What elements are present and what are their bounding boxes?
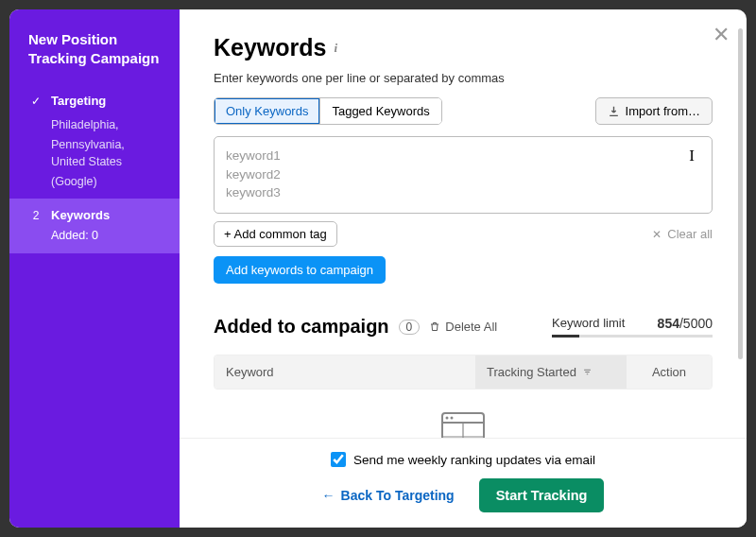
added-count-badge: 0 bbox=[399, 320, 421, 335]
text-cursor-icon: I bbox=[689, 145, 695, 168]
scroll-area: Keywords i Enter keywords one per line o… bbox=[180, 9, 747, 438]
add-keywords-button[interactable]: Add keywords to campaign bbox=[214, 256, 386, 284]
tab-tagged-keywords[interactable]: Tagged Keywords bbox=[319, 98, 440, 124]
table-header: Keyword Tracking Started Action bbox=[215, 355, 712, 389]
step-targeting[interactable]: ✓Targeting bbox=[9, 86, 180, 115]
keywords-textarea[interactable]: keyword1 keyword2 keyword3 I bbox=[214, 136, 713, 214]
close-icon[interactable]: ✕ bbox=[713, 23, 730, 47]
targeting-engine: (Google) bbox=[9, 172, 180, 193]
tab-only-keywords[interactable]: Only Keywords bbox=[215, 98, 319, 124]
col-tracking-started[interactable]: Tracking Started bbox=[475, 355, 627, 389]
checkbox-input[interactable] bbox=[331, 452, 346, 467]
tabs: Only Keywords Tagged Keywords bbox=[214, 97, 442, 125]
clear-all-button[interactable]: ✕ Clear all bbox=[652, 227, 713, 241]
email-updates-checkbox[interactable]: Send me weekly ranking updates via email bbox=[214, 452, 713, 467]
page-title: Keywords i bbox=[214, 34, 713, 61]
sidebar-title: New Position Tracking Campaign bbox=[9, 30, 180, 86]
campaign-setup-modal: New Position Tracking Campaign ✓Targetin… bbox=[9, 9, 747, 528]
textarea-actions: + Add common tag ✕ Clear all bbox=[214, 221, 713, 247]
check-icon: ✓ bbox=[28, 95, 43, 108]
add-common-tag-button[interactable]: + Add common tag bbox=[214, 221, 337, 247]
main-panel: ✕ Keywords i Enter keywords one per line… bbox=[180, 9, 747, 528]
x-icon: ✕ bbox=[652, 228, 662, 241]
trash-icon bbox=[429, 320, 440, 333]
import-button[interactable]: Import from… bbox=[595, 97, 713, 125]
col-action: Action bbox=[627, 355, 712, 389]
svg-point-5 bbox=[451, 417, 454, 420]
start-tracking-button[interactable]: Start Tracking bbox=[479, 478, 605, 512]
back-button[interactable]: ← Back To Targeting bbox=[322, 488, 455, 503]
added-section: Added to campaign 0 Delete All Keyword l… bbox=[214, 316, 713, 438]
download-icon bbox=[608, 105, 620, 117]
targeting-location-line1: Philadelphia, bbox=[9, 115, 180, 136]
browser-window-icon bbox=[435, 404, 491, 438]
empty-illustration bbox=[214, 390, 713, 438]
col-keyword: Keyword bbox=[215, 355, 475, 389]
wizard-sidebar: New Position Tracking Campaign ✓Targetin… bbox=[9, 9, 180, 528]
page-subtitle: Enter keywords one per line or separated… bbox=[214, 71, 713, 85]
footer: Send me weekly ranking updates via email… bbox=[180, 438, 747, 528]
arrow-left-icon: ← bbox=[322, 488, 335, 503]
tab-row: Only Keywords Tagged Keywords Import fro… bbox=[214, 97, 713, 125]
keywords-added-count: Added: 0 bbox=[9, 226, 180, 254]
added-title: Added to campaign bbox=[214, 316, 389, 338]
limit-bar bbox=[552, 335, 713, 338]
keyword-limit: Keyword limit 854/5000 bbox=[552, 316, 713, 338]
svg-point-4 bbox=[446, 417, 449, 420]
targeting-location-line2: Pennsylvania, United States bbox=[9, 135, 180, 172]
delete-all-button[interactable]: Delete All bbox=[429, 320, 497, 334]
info-icon[interactable]: i bbox=[334, 41, 337, 56]
sort-icon bbox=[582, 368, 593, 376]
keywords-table: Keyword Tracking Started Action bbox=[214, 355, 713, 390]
step-keywords[interactable]: 2Keywords bbox=[9, 199, 180, 226]
scrollbar[interactable] bbox=[738, 28, 743, 359]
